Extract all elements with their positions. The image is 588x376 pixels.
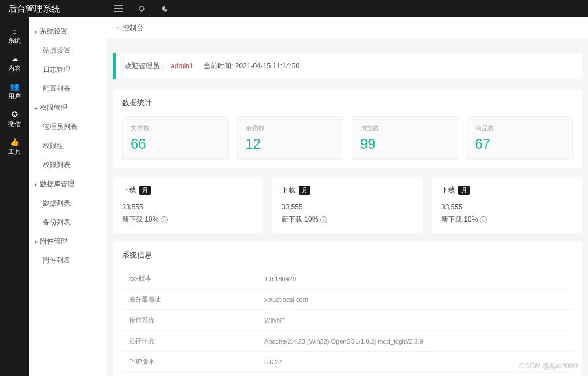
menu-toggle-button[interactable] [107,0,130,17]
smile-icon: ☺ [480,216,487,223]
icon-nav: ⌂系统 ☁内容 👥用户 ✪微信 👍工具 [0,17,29,376]
user-icon: 👥 [0,82,29,91]
cloud-icon: ☁ [0,54,29,63]
stats-title: 数据统计 [122,98,573,108]
stat-value: 12 [246,136,335,152]
info-key: PHP版本 [122,352,257,373]
info-key: xxx版本 [122,268,257,289]
download-growth: 新下载 10% ☺ [441,215,573,224]
sidebar-item[interactable]: 权限组 [29,137,107,156]
download-num: 33,555 [282,203,413,211]
stat-label: 商品数 [475,124,565,132]
download-card: 下载月33,555新下载 10% ☺ [272,177,423,233]
smile-icon: ☺ [161,216,168,223]
table-row: PHP运行方式cgi-fcgi [122,373,573,377]
download-title: 下载 [282,185,295,195]
table-row: 服务器地址x.xuetingsi.com [122,289,573,310]
stat-value: 66 [131,136,220,152]
sidebar-item[interactable]: 管理员列表 [29,117,107,137]
stat-card: 商品数67 [467,116,574,160]
sysinfo-table: xxx版本1.0.180420服务器地址x.xuetingsi.com操作系统W… [122,268,573,376]
nav-tools[interactable]: 👍工具 [0,133,29,161]
nav-label: 系统 [8,37,21,44]
table-row: 运行环境Apache/2.4.23 (Win32) OpenSSL/1.0.2j… [122,331,573,352]
download-badge: 月 [299,186,310,195]
stat-label: 会员数 [246,124,335,132]
nav-user[interactable]: 👥用户 [0,78,29,105]
download-growth: 新下载 10% ☺ [282,215,413,224]
info-value: x.xuetingsi.com [257,289,573,310]
svg-point-3 [139,6,144,11]
sidebar-item[interactable]: 附件列表 [29,251,107,270]
info-value: cgi-fcgi [257,373,573,377]
hamburger-icon [114,5,123,12]
home-icon: ⌂ [0,27,29,35]
thumb-icon: 👍 [0,138,29,146]
wechat-icon: ✪ [0,110,29,119]
breadcrumb: ○ 控制台 [107,17,588,39]
download-growth: 新下载 10% ☺ [122,215,254,224]
watermark: CSDN @jiyc2008 [519,362,578,370]
theme-button[interactable] [153,0,176,17]
stat-label: 文章数 [131,124,220,132]
sidebar-item[interactable]: 权限列表 [29,156,107,175]
nav-system[interactable]: ⌂系统 [0,22,29,50]
welcome-time-prefix: 当前时间: [204,62,233,70]
breadcrumb-label: 控制台 [123,23,143,33]
table-row: xxx版本1.0.180420 [122,268,573,289]
sidebar-group[interactable]: 权限管理 [29,98,107,117]
info-key: PHP运行方式 [122,373,257,377]
nav-label: 工具 [8,148,21,155]
welcome-bar: 欢迎管理员： admin1 当前时间: 2021-04-15 11:14:50 [113,53,582,79]
info-key: 操作系统 [122,310,257,331]
refresh-button[interactable] [130,0,153,17]
download-title: 下载 [441,185,455,195]
location-icon: ○ [115,24,119,32]
sysinfo-title: 系统信息 [122,250,573,260]
welcome-admin: admin1 [171,62,193,70]
nav-label: 用户 [8,93,21,99]
download-num: 33,555 [122,203,254,211]
stats-panel: 数据统计 文章数66会员数12浏览数99商品数67 [113,90,582,168]
topbar-buttons [107,0,176,17]
download-num: 33,555 [441,203,573,211]
nav-label: 微信 [8,120,21,127]
stat-label: 浏览数 [360,124,450,132]
sidebar-group[interactable]: 系统设置 [29,22,107,41]
stat-value: 99 [360,136,450,152]
download-card: 下载月33,555新下载 10% ☺ [432,177,582,233]
info-value: Apache/2.4.23 (Win32) OpenSSL/1.0.2j mod… [257,331,573,352]
sysinfo-panel: 系统信息 xxx版本1.0.180420服务器地址x.xuetingsi.com… [113,242,582,376]
content: ○ 控制台 欢迎管理员： admin1 当前时间: 2021-04-15 11:… [107,17,588,376]
smile-icon: ☺ [320,216,327,223]
stat-card: 文章数66 [122,116,229,160]
info-value: 1.0.180420 [257,268,573,289]
svg-rect-1 [114,8,123,9]
download-badge: 月 [458,186,470,195]
sidebar-item[interactable]: 数据列表 [29,194,107,213]
download-card: 下载月33,555新下载 10% ☺ [113,177,263,233]
main: 欢迎管理员： admin1 当前时间: 2021-04-15 11:14:50 … [107,39,588,376]
sidebar-item[interactable]: 日志管理 [29,60,107,79]
info-key: 服务器地址 [122,289,257,310]
sidebar-item[interactable]: 配置列表 [29,79,107,98]
stat-card: 浏览数99 [352,116,458,160]
sidebar-group[interactable]: 附件管理 [29,232,107,251]
nav-content[interactable]: ☁内容 [0,50,29,78]
table-row: PHP版本5.6.27 [122,352,573,373]
welcome-prefix: 欢迎管理员： [125,62,167,70]
sidebar-group[interactable]: 数据库管理 [29,175,107,194]
downloads-row: 下载月33,555新下载 10% ☺下载月33,555新下载 10% ☺下载月3… [113,177,582,233]
brand-title: 后台管理系统 [0,3,107,14]
sidebar: 系统设置站点设置日志管理配置列表权限管理管理员列表权限组权限列表数据库管理数据列… [29,17,107,376]
nav-wechat[interactable]: ✪微信 [0,105,29,133]
svg-rect-0 [114,5,123,6]
table-row: 操作系统WINNT [122,310,573,331]
stat-value: 67 [475,136,565,152]
sidebar-item[interactable]: 备份列表 [29,213,107,232]
nav-label: 内容 [8,65,21,72]
welcome-time: 2021-04-15 11:14:50 [235,62,299,70]
info-key: 运行环境 [122,331,257,352]
sidebar-item[interactable]: 站点设置 [29,41,107,60]
topbar: 后台管理系统 [0,0,588,17]
